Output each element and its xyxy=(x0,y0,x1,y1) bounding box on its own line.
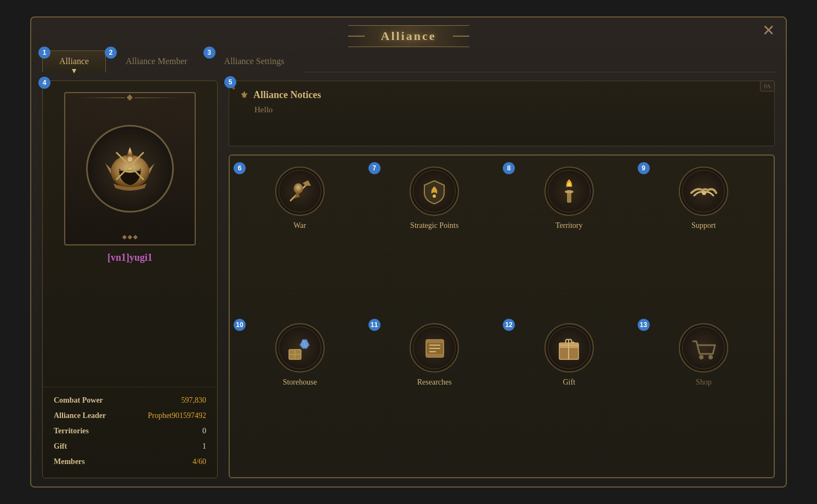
small-diamond-3 xyxy=(133,235,138,239)
tab-badge-3: 3 xyxy=(203,47,215,59)
notices-title: ⚜ Alliance Notices xyxy=(240,89,763,101)
svg-point-7 xyxy=(433,194,436,198)
grid-item-storehouse[interactable]: 10 Storehouse xyxy=(238,323,362,469)
stat-label-gift: Gift xyxy=(54,442,67,451)
deco-diamond xyxy=(127,94,133,100)
emblem-circle xyxy=(86,125,174,213)
deco-line-right xyxy=(135,98,181,98)
grid-badge-7: 7 xyxy=(368,162,381,174)
researches-icon-circle xyxy=(410,323,459,373)
grid-item-researches[interactable]: 11 Researches xyxy=(373,323,497,469)
svg-point-5 xyxy=(294,184,303,193)
shop-icon-circle xyxy=(679,323,728,373)
grid-badge-9: 9 xyxy=(638,162,650,174)
grid-item-territory[interactable]: 8 Territory xyxy=(507,167,631,312)
shop-label: Shop xyxy=(696,378,712,387)
tabs-divider xyxy=(304,72,775,72)
svg-rect-16 xyxy=(426,340,444,343)
grid-item-gift[interactable]: 12 ✦ xyxy=(507,323,631,469)
tabs-row: 1 Alliance 2 Alliance Member 3 Alliance … xyxy=(31,50,786,72)
notices-section: ⚜ Alliance Notices Hello xyxy=(229,81,775,146)
stat-row-gift: Gift 1 xyxy=(54,439,206,454)
support-icon xyxy=(689,176,719,207)
stat-value-gift: 1 xyxy=(202,442,206,451)
close-button[interactable]: ✕ xyxy=(762,23,775,38)
stat-label-combat-power: Combat Power xyxy=(54,396,103,405)
stat-row-combat-power: Combat Power 597,830 xyxy=(54,393,206,408)
helmet-icon xyxy=(100,139,160,199)
grid-badge-10: 10 xyxy=(234,319,246,331)
support-label: Support xyxy=(691,221,716,230)
modal-body: 4 xyxy=(31,72,786,486)
grid-item-support[interactable]: 9 Support xyxy=(642,167,766,312)
grid-badge-11: 11 xyxy=(368,319,381,331)
small-diamond-2 xyxy=(128,235,132,239)
svg-point-26 xyxy=(699,355,703,359)
emblem-deco-bottom xyxy=(123,236,137,239)
stats-section: Combat Power 597,830 Alliance Leader Pro… xyxy=(43,387,217,478)
grid-badge-13: 13 xyxy=(638,319,650,331)
right-panel: 5 PA ⚜ Alliance Notices Hello 6 xyxy=(229,81,775,478)
stat-value-members: 4/60 xyxy=(192,457,206,466)
tab-alliance-settings[interactable]: 3 Alliance Settings xyxy=(207,50,302,72)
war-icon xyxy=(286,177,314,205)
svg-rect-15 xyxy=(426,340,444,357)
stat-value-alliance-leader: Prophet901597492 xyxy=(147,411,206,420)
gift-label: Gift xyxy=(563,378,575,387)
svg-point-10 xyxy=(702,191,706,195)
svg-rect-17 xyxy=(426,354,444,357)
svg-rect-8 xyxy=(567,192,571,203)
gift-icon-circle: ✦ xyxy=(544,323,594,373)
svg-point-6 xyxy=(294,184,303,193)
gift-icon: ✦ xyxy=(554,333,584,363)
researches-icon xyxy=(419,333,450,363)
svg-text:✦: ✦ xyxy=(571,340,575,345)
svg-point-27 xyxy=(708,355,713,359)
tab-badge-2: 2 xyxy=(105,47,117,59)
researches-label: Researches xyxy=(417,378,452,387)
grid-item-strategic[interactable]: 7 Strategic Points xyxy=(373,167,497,312)
territory-icon xyxy=(555,176,583,207)
stat-row-territories: Territories 0 xyxy=(54,423,206,439)
shop-icon xyxy=(689,333,719,363)
emblem-section: [vn1]yugi1 xyxy=(43,81,217,387)
storehouse-icon-circle xyxy=(275,323,325,373)
left-panel: 4 xyxy=(42,81,218,478)
panel-badge-5: 5 xyxy=(224,76,236,88)
strategic-icon-circle xyxy=(410,167,459,216)
storehouse-icon xyxy=(285,333,315,363)
grid-badge-6: 6 xyxy=(234,162,246,174)
notices-text: Hello xyxy=(240,105,763,114)
small-diamond-1 xyxy=(122,235,127,239)
strategic-label: Strategic Points xyxy=(410,221,458,230)
grid-item-shop[interactable]: 13 Shop xyxy=(642,323,766,469)
strategic-icon xyxy=(419,176,450,207)
alliance-modal: Alliance ✕ 1 Alliance 2 Alliance Member … xyxy=(30,16,787,488)
grid-item-war[interactable]: 6 xyxy=(238,167,362,312)
grid-badge-12: 12 xyxy=(503,319,515,331)
grid-badge-8: 8 xyxy=(503,162,515,174)
stat-label-members: Members xyxy=(54,457,85,466)
tab-badge-1: 1 xyxy=(38,47,50,59)
alliance-name: [vn1]yugi1 xyxy=(107,252,152,264)
tab-alliance[interactable]: 1 Alliance xyxy=(42,50,106,72)
svg-rect-21 xyxy=(559,346,578,359)
war-label: War xyxy=(293,221,306,230)
stat-value-territories: 0 xyxy=(202,427,206,436)
emblem-deco-top xyxy=(78,92,182,103)
modal-title: Alliance xyxy=(381,29,436,43)
svg-rect-22 xyxy=(559,343,578,347)
stat-label-territories: Territories xyxy=(54,427,89,436)
deco-line-left xyxy=(78,98,125,98)
svg-point-9 xyxy=(565,190,574,193)
tab-alliance-member[interactable]: 2 Alliance Member xyxy=(109,50,204,72)
emblem-frame xyxy=(64,92,196,245)
panel-badge-4: 4 xyxy=(38,77,50,89)
stat-value-combat-power: 597,830 xyxy=(181,396,207,405)
grid-section: 6 xyxy=(229,154,775,478)
support-icon-circle xyxy=(679,167,728,216)
title-banner: Alliance xyxy=(348,25,469,47)
storehouse-label: Storehouse xyxy=(283,378,317,387)
svg-line-14 xyxy=(303,340,307,348)
territory-icon-circle xyxy=(544,167,594,216)
